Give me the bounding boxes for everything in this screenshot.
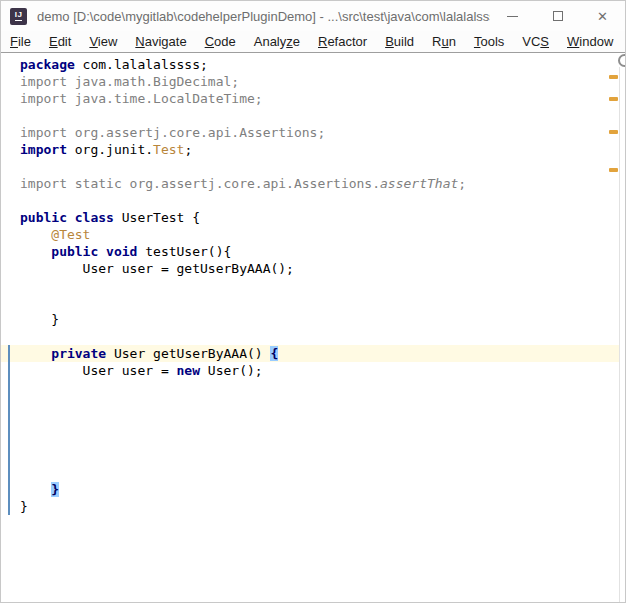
code-token	[20, 244, 51, 259]
code-line[interactable]: public void testUser(){	[1, 243, 625, 260]
app-icon-label: IJ	[15, 11, 23, 21]
code-line[interactable]	[1, 107, 625, 124]
code-line[interactable]: import java.math.BigDecimal;	[1, 73, 625, 90]
code-line[interactable]	[1, 294, 625, 311]
code-line[interactable]: User user = new User();	[1, 362, 625, 379]
menubar: FileEditViewNavigateCodeAnalyzeRefactorB…	[1, 31, 625, 53]
code-token: ;	[184, 142, 192, 157]
code-token: }	[20, 312, 59, 327]
code-token: com.lalalalssss;	[75, 57, 208, 72]
code-line[interactable]	[1, 447, 625, 464]
code-line[interactable]	[1, 158, 625, 175]
code-line[interactable]: @Test	[1, 226, 625, 243]
code-line[interactable]	[1, 379, 625, 396]
code-token: org.junit.	[67, 142, 153, 157]
code-line[interactable]: User user = getUserByAAA();	[1, 260, 625, 277]
code-token: private	[51, 346, 106, 361]
menu-item-vcs[interactable]: VCS	[513, 34, 558, 49]
code-token: User getUserByAAA()	[106, 346, 270, 361]
code-line[interactable]	[1, 277, 625, 294]
editor-scrollbar[interactable]	[619, 67, 625, 602]
code-token: User user = getUserByAAA();	[20, 261, 294, 276]
code-token: ;	[458, 176, 466, 191]
intellij-logo-icon: IJ	[10, 8, 27, 25]
menu-item-refactor[interactable]: Refactor	[309, 34, 376, 49]
menu-item-build[interactable]: Build	[376, 34, 423, 49]
menu-item-file[interactable]: File	[1, 34, 40, 49]
code-line[interactable]: }	[1, 481, 625, 498]
warning-stripe-mark[interactable]	[609, 75, 618, 79]
code-line[interactable]: }	[1, 311, 625, 328]
code-token: User user =	[20, 363, 177, 378]
warning-stripe-mark[interactable]	[609, 130, 618, 134]
code-line[interactable]: }	[1, 498, 625, 515]
code-line[interactable]: import org.junit.Test;	[1, 141, 625, 158]
code-line[interactable]	[1, 413, 625, 430]
menu-item-help[interactable]: Help	[622, 34, 626, 49]
code-line[interactable]: import org.assertj.core.api.Assertions;	[1, 124, 625, 141]
code-token: User();	[200, 363, 263, 378]
maximize-icon	[553, 11, 563, 21]
code-token: public class	[20, 210, 114, 225]
menu-item-navigate[interactable]: Navigate	[126, 34, 195, 49]
intellij-window: IJ demo [D:\code\mygitlab\codehelperPlug…	[0, 0, 626, 603]
code-token: package	[20, 57, 75, 72]
code-token: public void	[51, 244, 137, 259]
code-token: testUser(){	[137, 244, 231, 259]
minimize-icon	[507, 16, 518, 17]
menu-item-run[interactable]: Run	[423, 34, 465, 49]
code-token: {	[270, 346, 278, 361]
code-line[interactable]: package com.lalalalssss;	[1, 56, 625, 73]
code-token: @Test	[20, 227, 90, 242]
code-line[interactable]	[1, 396, 625, 413]
code-token	[20, 346, 51, 361]
menu-item-edit[interactable]: Edit	[40, 34, 80, 49]
menu-item-tools[interactable]: Tools	[465, 34, 513, 49]
window-title: demo [D:\code\mygitlab\codehelperPluginD…	[37, 9, 490, 24]
code-token: assertThat	[380, 176, 458, 191]
code-token: Test	[153, 142, 184, 157]
code-line[interactable]	[1, 328, 625, 345]
menu-item-view[interactable]: View	[80, 34, 126, 49]
code-line[interactable]: public class UserTest {	[1, 209, 625, 226]
close-button[interactable]: ✕	[580, 1, 625, 31]
code-token	[20, 482, 51, 497]
window-controls: ✕	[490, 1, 625, 31]
minimize-button[interactable]	[490, 1, 535, 31]
code-line[interactable]	[1, 192, 625, 209]
menu-item-analyze[interactable]: Analyze	[245, 34, 309, 49]
maximize-button[interactable]	[535, 1, 580, 31]
code-line-caret[interactable]: private User getUserByAAA() {	[1, 345, 625, 362]
change-marker[interactable]	[8, 345, 10, 515]
code-token: import java.math.BigDecimal;	[20, 74, 239, 89]
code-line[interactable]: import static org.assertj.core.api.Asser…	[1, 175, 625, 192]
warning-stripe-mark[interactable]	[609, 168, 618, 172]
inspections-widget-icon[interactable]	[618, 54, 626, 67]
code-token: }	[20, 499, 28, 514]
menu-item-code[interactable]: Code	[196, 34, 245, 49]
code-token: new	[177, 363, 200, 378]
code-lines: package com.lalalalssss;import java.math…	[1, 53, 625, 515]
code-token: import java.time.LocalDateTime;	[20, 91, 263, 106]
code-token: import static org.assertj.core.api.Asser…	[20, 176, 380, 191]
code-line[interactable]	[1, 430, 625, 447]
code-token: import	[20, 142, 67, 157]
title-bar: IJ demo [D:\code\mygitlab\codehelperPlug…	[1, 1, 625, 31]
code-editor[interactable]: package com.lalalalssss;import java.math…	[1, 53, 625, 602]
warning-stripe-mark[interactable]	[609, 97, 618, 101]
code-token: }	[51, 482, 59, 497]
menu-item-window[interactable]: Window	[558, 34, 622, 49]
code-token: UserTest {	[114, 210, 200, 225]
code-line[interactable]	[1, 464, 625, 481]
close-icon: ✕	[597, 10, 608, 23]
code-token: import org.assertj.core.api.Assertions;	[20, 125, 325, 140]
code-line[interactable]: import java.time.LocalDateTime;	[1, 90, 625, 107]
